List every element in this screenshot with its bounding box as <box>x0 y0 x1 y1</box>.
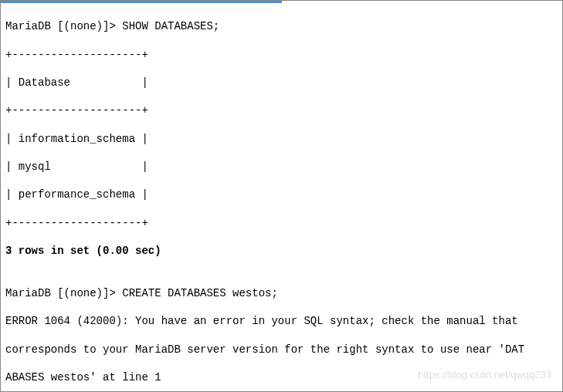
prompt-line: MariaDB [(none)]> SHOW DATABASES; <box>5 19 558 33</box>
table-border: +--------------------+ <box>5 216 558 230</box>
table-row: | performance_schema | <box>5 188 558 201</box>
table-header: | Database | <box>5 76 558 90</box>
result-summary: 3 rows in set (0.00 sec) <box>5 244 558 258</box>
table-border: +--------------------+ <box>5 103 558 117</box>
error-line: ERROR 1064 (42000): You have an error in… <box>5 314 558 328</box>
prompt-line: MariaDB [(none)]> CREATE DATABASES westo… <box>5 286 558 300</box>
table-row: | information_schema | <box>5 132 558 146</box>
error-line: ABASES westos' at line 1 <box>5 370 558 384</box>
table-row: | mysql | <box>5 160 558 174</box>
terminal-output: MariaDB [(none)]> SHOW DATABASES; +-----… <box>1 3 562 392</box>
error-line: corresponds to your MariaDB server versi… <box>5 343 558 357</box>
table-border: +--------------------+ <box>5 48 558 62</box>
